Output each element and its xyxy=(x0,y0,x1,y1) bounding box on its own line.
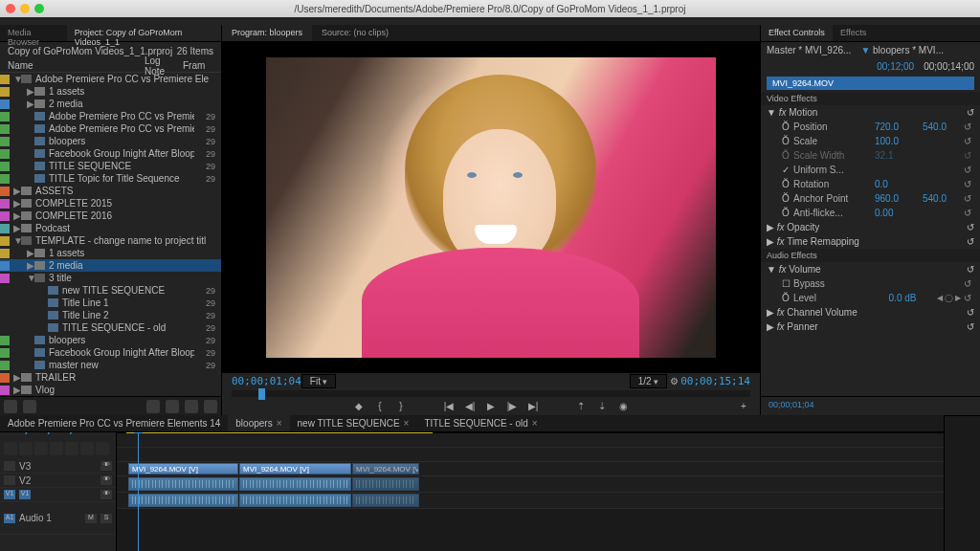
timeline-clip[interactable] xyxy=(352,494,419,507)
tree-item[interactable]: ▼TEMPLATE - change name to project titl xyxy=(0,234,221,247)
fx-section[interactable]: ▶ fx Opacity↺ xyxy=(761,220,980,234)
fx-section[interactable]: ▼ fx Motion↺ xyxy=(761,105,980,120)
tree-item[interactable]: TITLE Topic for Title Sequence29 xyxy=(0,172,221,185)
col-name[interactable]: Name xyxy=(0,60,145,71)
sequence-tab[interactable]: TITLE SEQUENCE - old× xyxy=(416,415,545,431)
tree-item[interactable]: bloopers29 xyxy=(0,135,221,147)
tree-item[interactable]: ▶2 media xyxy=(0,98,221,110)
sequence-tab[interactable]: Adobe Premiere Pro CC vs Premiere Elemen… xyxy=(0,415,228,431)
fx-property[interactable]: ŎScale Width32.1↺ xyxy=(761,148,980,163)
track-toggle[interactable] xyxy=(4,475,15,485)
lift-icon[interactable]: ⇡ xyxy=(574,399,588,412)
fx-section[interactable]: ▼ fx Volume↺ xyxy=(761,262,980,276)
track-toggle[interactable] xyxy=(4,461,15,471)
effect-controls-tab[interactable]: Effect Controls xyxy=(761,25,833,41)
timeline-clip[interactable]: MVI_9264.MOV [V] xyxy=(128,463,238,474)
timeline-clip[interactable] xyxy=(239,494,351,507)
timeline-tracks-area[interactable]: 00;0000;00;02;0000;00;04;0000;00;06;0000… xyxy=(117,416,944,551)
tree-item[interactable]: Adobe Premiere Pro CC vs Premiere29 xyxy=(0,122,221,135)
sequence-tab[interactable]: new TITLE SEQUENCE× xyxy=(290,415,417,431)
fx-clip-label[interactable]: bloopers * MVI... xyxy=(873,45,944,55)
fx-section[interactable]: ▶ fx Time Remapping↺ xyxy=(761,234,980,249)
track-header-v1[interactable]: V1V1👁 xyxy=(0,488,116,502)
fx-section[interactable]: ▶ fx Channel Volume↺ xyxy=(761,305,980,320)
media-browser-tab[interactable]: Media Browser xyxy=(0,25,67,41)
mark-in-icon[interactable]: ◆ xyxy=(352,399,366,412)
timeline-playhead[interactable] xyxy=(138,416,139,551)
tool-7-icon[interactable] xyxy=(96,442,109,455)
eye-icon[interactable]: 👁 xyxy=(100,490,112,499)
tree-item[interactable]: Facebook Group Inight After Bloop29 xyxy=(0,147,221,160)
tree-item[interactable]: Adobe Premiere Pro CC vs Premiere29 xyxy=(0,110,221,122)
track-v3[interactable] xyxy=(117,433,944,448)
close-tab-icon[interactable]: × xyxy=(532,418,538,429)
fx-footer-timecode[interactable]: 00;00;01;04 xyxy=(761,396,980,415)
tree-item[interactable]: bloopers29 xyxy=(0,334,221,346)
tree-item[interactable]: TITLE SEQUENCE - old29 xyxy=(0,321,221,334)
settings-icon[interactable]: ⚙ xyxy=(667,375,680,388)
tree-item[interactable]: ▼Adobe Premiere Pro CC vs Premiere Ele xyxy=(0,73,221,85)
effects-tab[interactable]: Effects xyxy=(833,25,874,41)
eye-icon[interactable]: 👁 xyxy=(100,475,112,485)
timeline-clip[interactable]: MVI_9264.MOV [V] xyxy=(352,463,419,474)
project-tree[interactable]: ▼Adobe Premiere Pro CC vs Premiere Ele▶1… xyxy=(0,73,221,396)
goto-out-icon[interactable]: ▶| xyxy=(526,399,540,412)
timeline-clip[interactable] xyxy=(239,477,351,491)
tree-item[interactable]: ▶1 assets xyxy=(0,247,221,259)
tree-item[interactable]: TITLE SEQUENCE29 xyxy=(0,160,221,172)
find-icon[interactable] xyxy=(146,400,160,413)
col-framerate[interactable]: Fram xyxy=(183,60,221,71)
close-tab-icon[interactable]: × xyxy=(277,418,282,429)
button-editor-icon[interactable]: + xyxy=(737,399,750,412)
tree-item[interactable]: new TITLE SEQUENCE29 xyxy=(0,284,221,297)
track-header-a1[interactable]: A1Audio 1MS xyxy=(0,502,116,535)
fx-property[interactable]: ✓Uniform S...↺ xyxy=(761,163,980,177)
track-toggle[interactable]: A1 xyxy=(4,514,15,523)
fx-property[interactable]: ŎAnchor Point960.0540.0↺ xyxy=(761,191,980,206)
tree-item[interactable]: ▶2 media xyxy=(0,259,221,272)
track-target[interactable]: V1 xyxy=(19,490,31,499)
track-header-v3[interactable]: V3👁 xyxy=(0,459,116,474)
eye-icon[interactable]: 👁 xyxy=(100,461,112,471)
resolution-select[interactable]: 1/2 ▾ xyxy=(630,374,667,388)
tree-item[interactable]: ▶Vlog xyxy=(0,384,221,396)
trash-icon[interactable] xyxy=(204,400,217,413)
tree-item[interactable]: Title Line 129 xyxy=(0,297,221,309)
fx-section[interactable]: ▶ fx Panner↺ xyxy=(761,320,980,334)
project-tab[interactable]: Project: Copy of GoProMom Videos_1_1 xyxy=(67,25,221,41)
fx-bypass[interactable]: ☐Bypass↺ xyxy=(761,276,980,291)
maximize-window-button[interactable] xyxy=(34,4,44,13)
program-viewer[interactable] xyxy=(222,42,760,373)
fx-clipname[interactable]: MVI_9264.MOV xyxy=(767,77,974,90)
tree-item[interactable]: ▶COMPLETE 2016 xyxy=(0,209,221,222)
tree-item[interactable]: Facebook Group Inight After Bloop29 xyxy=(0,346,221,359)
track-v2[interactable] xyxy=(117,448,944,462)
tree-item[interactable]: master new29 xyxy=(0,359,221,371)
tree-item[interactable]: ▼3 title xyxy=(0,272,221,284)
tree-item[interactable]: ▶TRAILER xyxy=(0,371,221,384)
fx-level[interactable]: ŎLevel0.0 dB◀ ◯ ▶↺ xyxy=(761,291,980,305)
out-bracket-icon[interactable]: } xyxy=(394,399,408,412)
fx-property[interactable]: ŎPosition720.0540.0↺ xyxy=(761,120,980,134)
sequence-tab[interactable]: bloopers× xyxy=(228,415,289,431)
track-a1[interactable] xyxy=(117,476,944,493)
program-scrubber[interactable] xyxy=(232,390,750,397)
fx-property[interactable]: ŎAnti-flicke...0.00↺ xyxy=(761,206,980,220)
step-back-icon[interactable]: ◀| xyxy=(463,399,477,412)
export-frame-icon[interactable]: ◉ xyxy=(616,399,630,412)
tree-item[interactable]: ▶1 assets xyxy=(0,85,221,98)
mute-icon[interactable]: M xyxy=(85,514,97,523)
track-toggle[interactable]: V1 xyxy=(4,490,15,499)
tree-item[interactable]: ▶COMPLETE 2015 xyxy=(0,197,221,209)
goto-in-icon[interactable]: |◀ xyxy=(442,399,456,412)
list-view-icon[interactable] xyxy=(4,400,17,413)
icon-view-icon[interactable] xyxy=(23,400,36,413)
new-bin-icon[interactable] xyxy=(166,400,179,413)
tree-item[interactable]: Title Line 229 xyxy=(0,309,221,321)
tree-item[interactable]: ▶Podcast xyxy=(0,222,221,234)
new-item-icon[interactable] xyxy=(185,400,198,413)
zoom-fit-select[interactable]: Fit ▾ xyxy=(301,374,337,388)
fx-property[interactable]: ŎScale100.0↺ xyxy=(761,134,980,148)
track-v1[interactable]: MVI_9264.MOV [V]MVI_9264.MOV [V]MVI_9264… xyxy=(117,462,944,476)
source-tab[interactable]: Source: (no clips) xyxy=(312,25,398,41)
